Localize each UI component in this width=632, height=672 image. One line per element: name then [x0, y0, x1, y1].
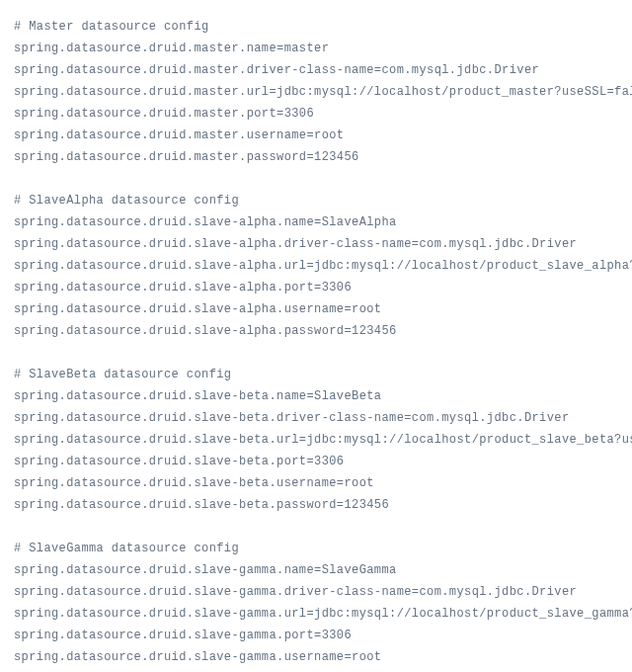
- blank-line: [14, 516, 618, 538]
- config-line: # SlaveGamma datasource config: [14, 538, 618, 559]
- config-line: spring.datasource.druid.master.port=3306: [14, 103, 618, 125]
- config-line: spring.datasource.druid.slave-beta.port=…: [14, 451, 618, 472]
- config-line: spring.datasource.druid.master.url=jdbc:…: [14, 81, 618, 103]
- config-line: spring.datasource.druid.master.driver-cl…: [14, 59, 618, 81]
- config-line: spring.datasource.druid.slave-beta.drive…: [14, 407, 618, 429]
- blank-line: [14, 168, 618, 190]
- config-line: spring.datasource.druid.master.password=…: [14, 146, 618, 168]
- config-line: spring.datasource.druid.slave-beta.usern…: [14, 472, 618, 494]
- config-line: spring.datasource.druid.slave-gamma.user…: [14, 646, 618, 668]
- config-line: spring.datasource.druid.slave-gamma.port…: [14, 625, 618, 646]
- config-line: spring.datasource.druid.slave-alpha.pass…: [14, 320, 618, 342]
- config-line: # SlaveBeta datasource config: [14, 364, 618, 385]
- config-line: spring.datasource.druid.master.name=mast…: [14, 38, 618, 59]
- config-line: spring.datasource.druid.slave-alpha.port…: [14, 277, 618, 298]
- config-code-block: # Master datasource config spring.dataso…: [14, 16, 618, 668]
- config-line: spring.datasource.druid.slave-alpha.name…: [14, 211, 618, 233]
- config-line: spring.datasource.druid.slave-gamma.name…: [14, 559, 618, 581]
- blank-line: [14, 342, 618, 364]
- config-line: # SlaveAlpha datasource config: [14, 190, 618, 211]
- config-line: spring.datasource.druid.slave-alpha.user…: [14, 298, 618, 320]
- config-line: # Master datasource config: [14, 16, 618, 38]
- config-line: spring.datasource.druid.slave-alpha.driv…: [14, 233, 618, 255]
- config-line: spring.datasource.druid.slave-gamma.url=…: [14, 603, 618, 625]
- config-line: spring.datasource.druid.master.username=…: [14, 125, 618, 146]
- config-line: spring.datasource.druid.slave-beta.name=…: [14, 385, 618, 407]
- config-line: spring.datasource.druid.slave-beta.url=j…: [14, 429, 618, 451]
- config-line: spring.datasource.druid.slave-beta.passw…: [14, 494, 618, 516]
- config-line: spring.datasource.druid.slave-gamma.driv…: [14, 581, 618, 603]
- config-line: spring.datasource.druid.slave-alpha.url=…: [14, 255, 618, 277]
